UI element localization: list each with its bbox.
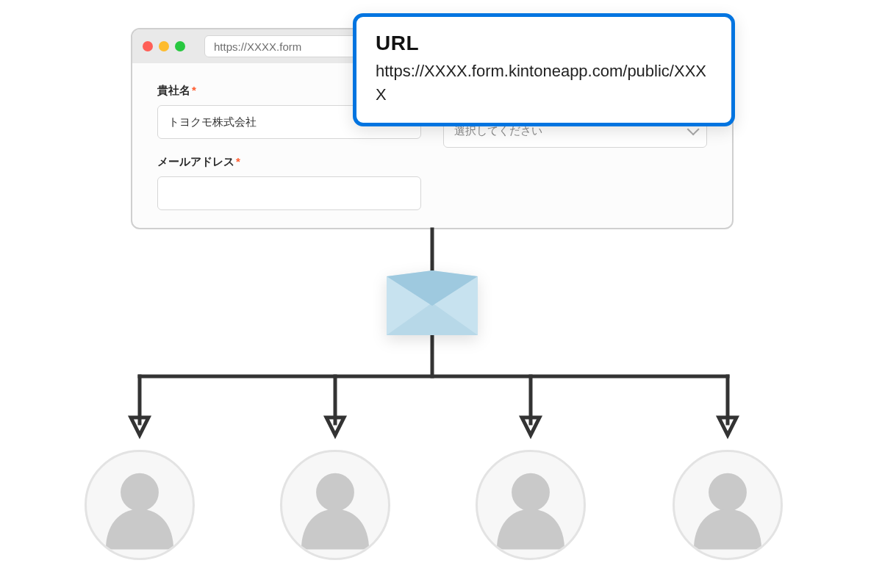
- email-input[interactable]: [157, 176, 421, 210]
- required-mark: *: [192, 84, 196, 96]
- company-input-value: トヨクモ株式会社: [168, 115, 257, 129]
- url-callout: URL https://XXXX.form.kintoneapp.com/pub…: [353, 13, 735, 126]
- window-zoom-icon: [175, 41, 185, 51]
- svg-point-14: [709, 473, 747, 512]
- user-avatar: [280, 450, 390, 560]
- user-avatar: [476, 450, 586, 560]
- user-avatar: [673, 450, 783, 560]
- url-callout-title: URL: [376, 32, 712, 55]
- required-mark: *: [236, 155, 240, 168]
- window-close-icon: [143, 41, 153, 51]
- address-bar-text: https://XXXX.form: [214, 40, 301, 53]
- window-minimize-icon: [159, 41, 169, 51]
- url-callout-value: https://XXXX.form.kintoneapp.com/public/…: [376, 60, 712, 107]
- svg-point-12: [316, 473, 354, 512]
- svg-point-13: [512, 473, 550, 512]
- email-label: メールアドレス*: [157, 155, 421, 169]
- envelope-icon: [387, 270, 478, 335]
- svg-point-11: [121, 473, 159, 512]
- user-avatar: [85, 450, 195, 560]
